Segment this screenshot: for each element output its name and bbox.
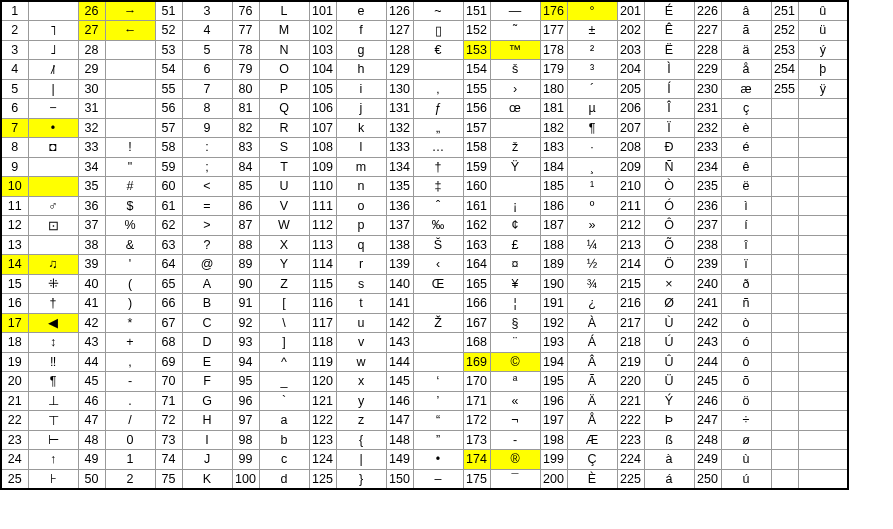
code-cell: 155 bbox=[463, 79, 490, 99]
char-cell: ± bbox=[567, 21, 617, 41]
code-cell: 58 bbox=[155, 138, 182, 158]
char-cell: Š bbox=[413, 235, 463, 255]
char-cell: ‘ bbox=[413, 372, 463, 392]
char-cell: V bbox=[259, 196, 309, 216]
char-cell: • bbox=[413, 450, 463, 470]
char-cell: ³ bbox=[567, 60, 617, 80]
char-cell: # bbox=[105, 177, 155, 197]
code-cell: 163 bbox=[463, 235, 490, 255]
char-cell: R bbox=[259, 118, 309, 138]
char-cell: ¯ bbox=[490, 469, 540, 489]
char-cell: ⊥ bbox=[28, 391, 78, 411]
code-cell: 5 bbox=[1, 79, 28, 99]
code-cell: 38 bbox=[78, 235, 105, 255]
code-cell: 84 bbox=[232, 157, 259, 177]
code-cell: 132 bbox=[386, 118, 413, 138]
char-cell: @ bbox=[182, 255, 232, 275]
char-cell bbox=[798, 450, 848, 470]
char-cell: ’ bbox=[413, 391, 463, 411]
code-cell bbox=[771, 372, 798, 392]
code-cell: 102 bbox=[309, 21, 336, 41]
code-cell: 69 bbox=[155, 352, 182, 372]
code-cell: 32 bbox=[78, 118, 105, 138]
char-cell: ª bbox=[490, 372, 540, 392]
char-cell: o bbox=[336, 196, 386, 216]
code-cell: 52 bbox=[155, 21, 182, 41]
char-cell: ™ bbox=[490, 40, 540, 60]
table-row: 25⊦50275K100d125}150–175¯200È225á250ú bbox=[1, 469, 848, 489]
char-cell: D bbox=[182, 333, 232, 353]
char-cell: ¼ bbox=[567, 235, 617, 255]
code-cell: 247 bbox=[694, 411, 721, 431]
char-cell: ¬ bbox=[490, 411, 540, 431]
char-cell: 7 bbox=[182, 79, 232, 99]
code-cell: 207 bbox=[617, 118, 644, 138]
code-cell: 157 bbox=[463, 118, 490, 138]
code-cell: 97 bbox=[232, 411, 259, 431]
char-cell: é bbox=[721, 138, 771, 158]
char-cell: ` bbox=[259, 391, 309, 411]
code-cell: 46 bbox=[78, 391, 105, 411]
code-cell: 184 bbox=[540, 157, 567, 177]
char-cell: Ã bbox=[567, 372, 617, 392]
char-cell bbox=[798, 391, 848, 411]
char-cell: ¦ bbox=[490, 294, 540, 314]
code-cell: 194 bbox=[540, 352, 567, 372]
char-cell: Ø bbox=[644, 294, 694, 314]
char-cell: Ò bbox=[644, 177, 694, 197]
code-cell: 89 bbox=[232, 255, 259, 275]
code-cell: 59 bbox=[155, 157, 182, 177]
char-cell: C bbox=[182, 313, 232, 333]
char-cell: ( bbox=[105, 274, 155, 294]
code-cell: 53 bbox=[155, 40, 182, 60]
char-cell: & bbox=[105, 235, 155, 255]
code-cell: 167 bbox=[463, 313, 490, 333]
char-cell: Ö bbox=[644, 255, 694, 275]
char-cell: 2 bbox=[105, 469, 155, 489]
code-cell: 236 bbox=[694, 196, 721, 216]
char-cell: ¸ bbox=[567, 157, 617, 177]
char-cell: Œ bbox=[413, 274, 463, 294]
char-cell bbox=[28, 235, 78, 255]
char-cell: ½ bbox=[567, 255, 617, 275]
char-cell: î bbox=[721, 235, 771, 255]
code-cell: 40 bbox=[78, 274, 105, 294]
code-cell: 254 bbox=[771, 60, 798, 80]
char-cell: » bbox=[567, 216, 617, 236]
code-cell: 175 bbox=[463, 469, 490, 489]
char-cell: | bbox=[336, 450, 386, 470]
char-cell: B bbox=[182, 294, 232, 314]
code-cell bbox=[771, 99, 798, 119]
table-row: 7•3257982R107k132„157182¶207Ï232è bbox=[1, 118, 848, 138]
char-cell bbox=[798, 196, 848, 216]
code-cell: 93 bbox=[232, 333, 259, 353]
code-cell: 160 bbox=[463, 177, 490, 197]
char-cell: ¢ bbox=[490, 216, 540, 236]
char-cell: — bbox=[490, 1, 540, 21]
code-cell: 112 bbox=[309, 216, 336, 236]
code-cell: 174 bbox=[463, 450, 490, 470]
char-cell: U bbox=[259, 177, 309, 197]
code-cell: 237 bbox=[694, 216, 721, 236]
code-cell: 255 bbox=[771, 79, 798, 99]
code-cell: 27 bbox=[78, 21, 105, 41]
table-row: 5|3055780P105i130‚155›180´205Í230æ255ÿ bbox=[1, 79, 848, 99]
char-cell: . bbox=[105, 391, 155, 411]
char-cell: É bbox=[644, 1, 694, 21]
code-cell: 18 bbox=[1, 333, 28, 353]
char-cell: / bbox=[105, 411, 155, 431]
code-cell: 189 bbox=[540, 255, 567, 275]
code-cell: 56 bbox=[155, 99, 182, 119]
char-cell: } bbox=[336, 469, 386, 489]
code-cell: 183 bbox=[540, 138, 567, 158]
code-cell: 158 bbox=[463, 138, 490, 158]
code-cell: 15 bbox=[1, 274, 28, 294]
code-cell: 137 bbox=[386, 216, 413, 236]
code-cell: 4 bbox=[1, 60, 28, 80]
code-cell: 238 bbox=[694, 235, 721, 255]
code-cell: 209 bbox=[617, 157, 644, 177]
code-cell: 220 bbox=[617, 372, 644, 392]
char-cell: u bbox=[336, 313, 386, 333]
char-cell: Û bbox=[644, 352, 694, 372]
char-cell: 0 bbox=[105, 430, 155, 450]
